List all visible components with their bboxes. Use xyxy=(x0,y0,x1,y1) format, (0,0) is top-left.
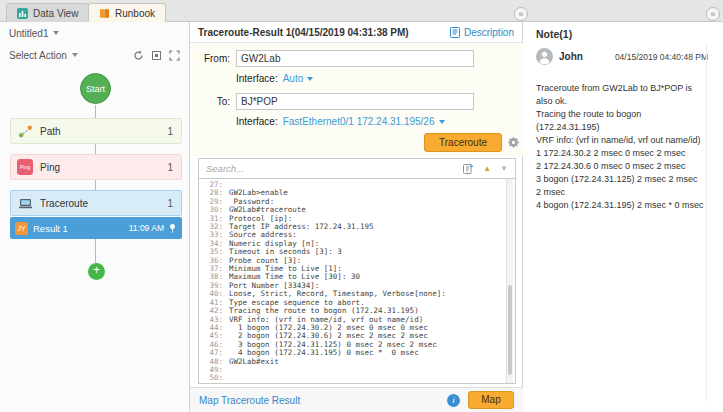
interface-label: Interface: xyxy=(236,73,278,84)
flow-canvas: Start Path 1 Ping Ping 1 xyxy=(0,66,188,412)
note-line: Tracing the route to bogon (172.24.31.19… xyxy=(536,108,704,134)
flow-toolbar xyxy=(133,50,180,61)
app: Data View Runbook « « Untitled1 Select A… xyxy=(0,0,723,412)
to-interface-dropdown[interactable]: FastEthernet0/1 172.24.31.195/26 xyxy=(283,116,445,127)
from-label: From: xyxy=(190,53,230,64)
info-icon[interactable]: i xyxy=(447,394,460,407)
data-view-icon xyxy=(17,8,28,19)
console-output[interactable]: 27:28:GW2Lab>enable29: Password:30:GW2La… xyxy=(198,178,516,384)
fit-screen-icon[interactable] xyxy=(151,50,162,61)
traceroute-form: From: Interface: Auto To: Interface: Fas… xyxy=(190,43,523,156)
flow-connector xyxy=(95,239,96,263)
gear-icon[interactable] xyxy=(507,136,520,149)
note-line: VRF info: (vrf in name/id, vrf out name/… xyxy=(536,134,704,147)
flow-connector xyxy=(95,105,96,118)
console-line: 50: xyxy=(199,374,515,382)
note-line: 4 bogon (172.24.31.195) 2 msec * 0 msec xyxy=(536,199,704,212)
tab-runbook[interactable]: Runbook xyxy=(88,3,166,22)
result-label: Result 1 xyxy=(33,223,68,234)
to-label: To: xyxy=(190,96,230,107)
note-line: 1 172.24.30.2 2 msec 0 msec 2 msec xyxy=(536,147,704,160)
pin-icon xyxy=(169,224,176,233)
map-traceroute-result-link[interactable]: Map Traceroute Result xyxy=(199,395,300,406)
traceroute-icon xyxy=(17,195,33,211)
fullscreen-icon[interactable] xyxy=(169,50,180,61)
map-button[interactable]: Map xyxy=(468,391,514,409)
select-action-row: Select Action xyxy=(0,44,189,66)
result-item[interactable]: JY Result 1 11:09 AM xyxy=(10,217,182,239)
console-scrollbar[interactable] xyxy=(506,179,513,383)
note-line: Traceroute from GW2Lab to BJ*POP is also… xyxy=(536,82,704,108)
tab-label: Runbook xyxy=(115,8,155,19)
node-count: 1 xyxy=(167,162,173,173)
note-author-row: John 04/15/2019 04:40:48 PM xyxy=(536,48,708,65)
flow-connector xyxy=(95,180,96,190)
note-body: Traceroute from GW2Lab to BJ*POP is also… xyxy=(536,82,704,212)
interface-label: Interface: xyxy=(236,116,278,127)
note-author-name: John xyxy=(559,51,583,62)
collapse-note-panel-icon[interactable]: « xyxy=(706,7,720,21)
node-label: Ping xyxy=(40,162,60,173)
note-panel: Note(1) John 04/15/2019 04:40:48 PM Trac… xyxy=(523,22,723,412)
node-label: Path xyxy=(40,126,61,137)
flow-node-ping[interactable]: Ping Ping 1 xyxy=(10,154,182,180)
result-time: 11:09 AM xyxy=(129,223,164,233)
search-input[interactable] xyxy=(206,163,454,174)
runbook-title-dropdown[interactable]: Untitled1 xyxy=(0,22,189,44)
note-line: 2 172.24.30.6 0 msec 0 msec 2 msec xyxy=(536,160,704,173)
console-search-bar: ▲ ▼ xyxy=(198,158,516,179)
find-previous-icon[interactable]: ▲ xyxy=(483,165,491,173)
to-device-input[interactable] xyxy=(236,93,474,110)
from-interface-row: Interface: Auto xyxy=(236,73,313,84)
flow-node-traceroute[interactable]: Traceroute 1 xyxy=(10,190,182,216)
runbook-icon xyxy=(99,8,110,19)
tab-data-view[interactable]: Data View xyxy=(6,3,89,22)
chevron-down-icon xyxy=(439,120,445,124)
top-tab-bar: Data View Runbook « « xyxy=(0,0,723,22)
note-timestamp: 04/15/2019 04:40:48 PM xyxy=(615,52,708,62)
find-next-icon[interactable]: ▼ xyxy=(500,165,508,173)
to-interface-row: Interface: FastEthernet0/1 172.24.31.195… xyxy=(236,116,445,127)
flow-connector xyxy=(95,144,96,154)
add-action-button[interactable]: + xyxy=(88,263,105,280)
traceroute-result-panel: Traceroute-Result 1(04/15/2019 04:31:38 … xyxy=(190,22,523,412)
export-results-icon[interactable] xyxy=(463,163,474,174)
chevron-down-icon xyxy=(307,77,313,81)
note-line: 3 bogon (172.24.31.125) 2 msec 2 msec 2 … xyxy=(536,173,704,199)
chevron-down-icon[interactable] xyxy=(72,53,78,57)
user-initials-badge: JY xyxy=(15,222,28,235)
node-count: 1 xyxy=(167,198,173,209)
flow-start-node[interactable]: Start xyxy=(80,73,111,104)
console-line: 49: xyxy=(199,366,515,374)
console-line: 48:GW2Lab#exit xyxy=(199,358,515,366)
runbook-title: Untitled1 xyxy=(9,28,48,39)
flow-node-path[interactable]: Path 1 xyxy=(10,118,182,144)
node-count: 1 xyxy=(167,126,173,137)
result-title: Traceroute-Result 1(04/15/2019 04:31:38 … xyxy=(198,27,409,38)
console-scrollbar-thumb[interactable] xyxy=(508,285,512,375)
chevron-down-icon xyxy=(53,31,59,35)
path-icon xyxy=(17,123,33,139)
avatar xyxy=(536,48,553,65)
runbook-flow-panel: Untitled1 Select Action Start xyxy=(0,22,190,412)
result-footer: Map Traceroute Result i Map xyxy=(190,387,523,412)
result-header: Traceroute-Result 1(04/15/2019 04:31:38 … xyxy=(190,22,522,43)
select-action-dropdown[interactable]: Select Action xyxy=(9,50,67,61)
node-label: Traceroute xyxy=(40,198,88,209)
description-icon xyxy=(450,27,460,38)
ping-icon: Ping xyxy=(17,159,33,175)
note-panel-title: Note(1) xyxy=(536,28,572,40)
tab-label: Data View xyxy=(33,8,78,19)
note-scrollbar[interactable] xyxy=(706,44,707,402)
description-link[interactable]: Description xyxy=(450,27,514,38)
refresh-icon[interactable] xyxy=(133,50,144,61)
from-device-input[interactable] xyxy=(236,50,474,67)
collapse-main-panel-icon[interactable]: « xyxy=(514,7,528,21)
traceroute-button[interactable]: Traceroute xyxy=(424,133,502,152)
from-interface-dropdown[interactable]: Auto xyxy=(283,73,314,84)
